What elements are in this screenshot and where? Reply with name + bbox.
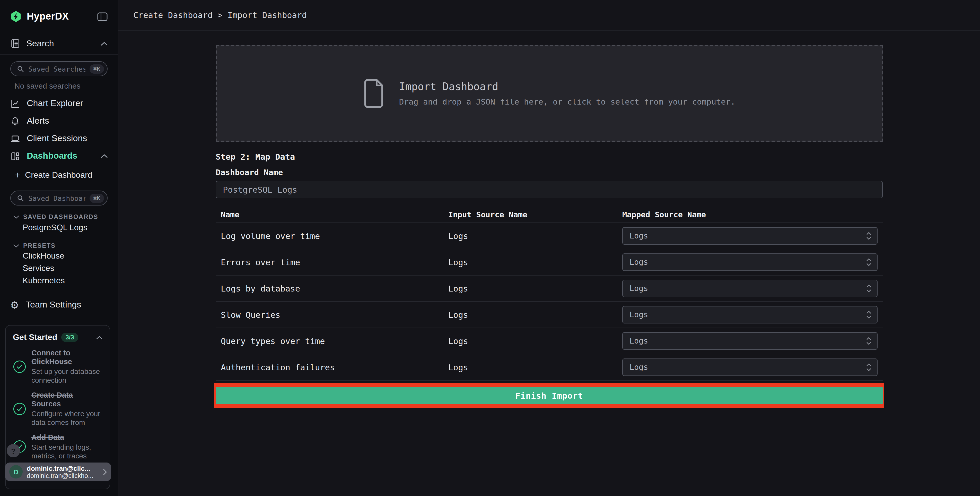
dashboard-grid-icon (10, 151, 20, 161)
column-header-input-source: Input Source Name (448, 210, 622, 219)
sidebar-nav: Chart Explorer Alerts Client Sessions Da… (0, 95, 118, 165)
row-input-source: Logs (448, 231, 622, 241)
user-menu[interactable]: D dominic.tran@clic... dominic.tran@clic… (5, 463, 111, 481)
finish-import-button[interactable]: Finish Import (216, 387, 883, 404)
sidebar: HyperDX Search (0, 0, 118, 496)
table-row: Slow Queries Logs Logs (216, 302, 883, 328)
topbar: Create Dashboard > Import Dashboard (118, 0, 980, 31)
step-label: Step 2: Map Data (216, 152, 883, 162)
chevron-down-icon (13, 215, 19, 218)
journal-icon (10, 38, 20, 48)
table-row: Query types over time Logs Logs (216, 328, 883, 354)
plus-icon: + (15, 171, 20, 180)
saved-searches-input[interactable]: Saved Searches ⌘K (10, 61, 108, 76)
sidebar-item-client-sessions[interactable]: Client Sessions (0, 130, 118, 147)
sidebar-item-kubernetes[interactable]: Kubernetes (0, 274, 118, 287)
row-input-source: Logs (448, 362, 622, 372)
get-started-title: Get Started (13, 333, 57, 342)
sidebar-item-team-settings[interactable]: ⚙ Team Settings (0, 296, 118, 314)
column-header-name: Name (216, 210, 448, 219)
select-chevrons-icon (866, 363, 872, 372)
get-started-header[interactable]: Get Started 3/3 (13, 333, 102, 342)
sidebar-item-services[interactable]: Services (0, 262, 118, 274)
red-annotation-box: Finish Import (214, 383, 884, 408)
saved-dashboards-group-header[interactable]: SAVED DASHBOARDS (0, 213, 118, 221)
row-input-source: Logs (448, 310, 622, 320)
saved-dashboards-input[interactable]: Saved Dashboards ⌘K (10, 191, 108, 206)
get-started-item-add-data[interactable]: Add Data Start sending logs, metrics, or… (13, 433, 102, 460)
shortcut-badge: ⌘K (89, 64, 104, 73)
avatar: D (9, 465, 23, 478)
get-started-item-connect[interactable]: Connect to ClickHouse Set up your databa… (13, 349, 102, 384)
get-started-item-sources[interactable]: Create Data Sources Configure where your… (13, 391, 102, 426)
row-input-source: Logs (448, 336, 622, 346)
dashboard-name-label: Dashboard Name (216, 168, 883, 178)
row-name: Authentication failures (216, 362, 448, 372)
sidebar-section-search[interactable]: Search (0, 33, 118, 54)
select-chevrons-icon (866, 231, 872, 241)
import-dropzone[interactable]: Import Dashboard Drag and drop a JSON fi… (216, 45, 883, 142)
sidebar-item-alerts[interactable]: Alerts (0, 112, 118, 130)
table-row: Log volume over time Logs Logs (216, 223, 883, 249)
search-icon (17, 195, 24, 202)
laptop-icon (10, 134, 20, 144)
chevron-up-icon (101, 41, 108, 46)
user-email: dominic.tran@clickho... (27, 472, 99, 479)
main-area: Create Dashboard > Import Dashboard Impo… (118, 0, 980, 496)
row-name: Logs by database (216, 284, 448, 293)
bell-icon (10, 116, 20, 126)
row-name: Errors over time (216, 257, 448, 267)
dropzone-description: Drag and drop a JSON file here, or click… (399, 97, 735, 107)
column-header-mapped-source: Mapped Source Name (622, 210, 883, 219)
dashboard-name-input[interactable] (216, 181, 883, 198)
user-name: dominic.tran@clic... (27, 464, 99, 472)
mapped-source-select[interactable]: Logs (622, 280, 878, 297)
help-button[interactable]: ? (7, 444, 20, 458)
breadcrumb[interactable]: Create Dashboard > Import Dashboard (133, 10, 307, 20)
mapped-source-select[interactable]: Logs (622, 254, 878, 271)
chevron-up-icon (96, 336, 102, 339)
mapped-source-select[interactable]: Logs (622, 359, 878, 376)
row-name: Slow Queries (216, 310, 448, 320)
file-icon (363, 79, 386, 108)
saved-searches-placeholder: Saved Searches (28, 65, 86, 73)
table-header-row: Name Input Source Name Mapped Source Nam… (216, 207, 883, 223)
presets-group-header[interactable]: PRESETS (0, 242, 118, 250)
row-name: Log volume over time (216, 231, 448, 241)
sidebar-item-dashboards[interactable]: Dashboards (0, 147, 118, 165)
chevron-down-icon (13, 244, 19, 247)
line-chart-icon (10, 99, 20, 108)
hyperdx-app: HyperDX Search (0, 0, 980, 496)
search-icon (17, 65, 24, 72)
table-row: Authentication failures Logs Logs (216, 354, 883, 381)
table-row: Logs by database Logs Logs (216, 276, 883, 302)
table-row: Errors over time Logs Logs (216, 249, 883, 276)
mapped-source-select[interactable]: Logs (622, 306, 878, 324)
row-name: Query types over time (216, 336, 448, 346)
hyperdx-logo-icon (10, 11, 22, 22)
chevron-up-icon (101, 154, 108, 158)
check-circle-icon (13, 360, 26, 373)
mapped-source-select[interactable]: Logs (622, 332, 878, 350)
sidebar-item-chart-explorer[interactable]: Chart Explorer (0, 95, 118, 112)
dropzone-title: Import Dashboard (399, 80, 735, 93)
app-title: HyperDX (27, 11, 69, 22)
import-dashboard-page: Import Dashboard Drag and drop a JSON fi… (118, 31, 980, 496)
no-saved-searches-note: No saved searches (14, 82, 118, 90)
search-section-label: Search (26, 38, 54, 49)
shortcut-badge: ⌘K (89, 193, 104, 203)
get-started-progress-badge: 3/3 (62, 333, 78, 342)
row-input-source: Logs (448, 284, 622, 293)
gear-icon: ⚙ (10, 300, 19, 310)
sidebar-item-clickhouse[interactable]: ClickHouse (0, 250, 118, 262)
select-chevrons-icon (866, 310, 872, 319)
select-chevrons-icon (866, 337, 872, 346)
check-circle-icon (13, 402, 26, 415)
create-dashboard-button[interactable]: + Create Dashboard (0, 166, 118, 184)
select-chevrons-icon (866, 258, 872, 267)
saved-dashboards-placeholder: Saved Dashboards (28, 194, 86, 202)
collapse-sidebar-icon[interactable] (97, 12, 108, 21)
sidebar-item-postgresql-logs[interactable]: PostgreSQL Logs (0, 221, 118, 234)
select-chevrons-icon (866, 284, 872, 293)
mapped-source-select[interactable]: Logs (622, 227, 878, 245)
